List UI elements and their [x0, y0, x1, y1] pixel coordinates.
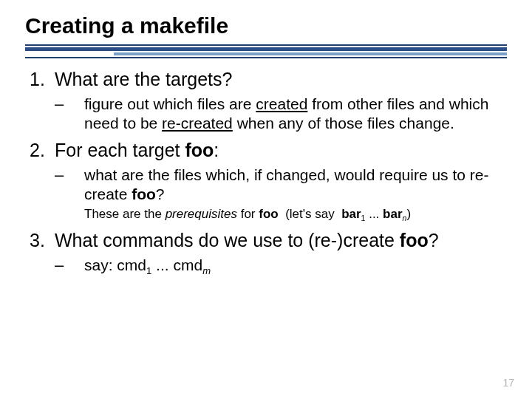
list-item: What are the targets?–figure out which f… [30, 69, 507, 132]
slide-title: Creating a makefile [25, 13, 507, 38]
sub-bullet-text: figure out which files are created from … [84, 95, 507, 132]
title-divider [25, 44, 507, 58]
bullet-dash-icon: – [55, 95, 84, 115]
list-item: What commands do we use to (re-)create f… [30, 230, 507, 276]
sub-bullet-text: say: cmd1 ... cmdm [84, 256, 211, 275]
list-item-heading: What commands do we use to (re-)create f… [30, 230, 507, 251]
page-number: 17 [502, 377, 514, 389]
sub-bullet-text: what are the files which, if changed, wo… [84, 166, 507, 203]
list-item: For each target foo:–what are the files … [30, 140, 507, 222]
sub-bullet: –say: cmd1 ... cmdm [55, 256, 507, 276]
sub-bullet: –what are the files which, if changed, w… [55, 166, 507, 203]
sub-bullet: –figure out which files are created from… [55, 95, 507, 132]
slide-outline: What are the targets?–figure out which f… [30, 69, 507, 276]
bullet-dash-icon: – [55, 166, 84, 185]
list-item-heading: What are the targets? [30, 69, 507, 90]
sub-bullet-note: These are the prerequisites for foo (let… [84, 206, 507, 222]
bullet-dash-icon: – [55, 256, 84, 276]
list-item-heading: For each target foo: [30, 140, 507, 161]
